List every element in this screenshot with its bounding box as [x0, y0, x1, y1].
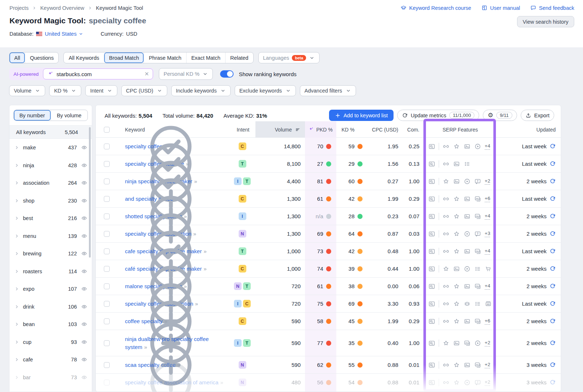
tab-all[interactable]: All [9, 52, 25, 63]
video-icon[interactable] [463, 265, 471, 273]
faq-icon[interactable] [474, 230, 481, 238]
preview-icon[interactable] [428, 143, 435, 150]
tab-all-keywords[interactable]: All Keywords [64, 52, 104, 63]
serp-more-link[interactable]: +4 [485, 213, 490, 220]
chevright-icon[interactable] [14, 215, 20, 221]
refresh-icon[interactable] [549, 318, 556, 324]
eye-icon[interactable] [81, 162, 87, 169]
preview-icon[interactable] [428, 265, 435, 273]
column-serp-features[interactable]: SERP Features [416, 121, 504, 138]
serp-more-link[interactable]: +2 [485, 362, 490, 368]
refresh-icon[interactable] [549, 362, 556, 368]
refresh-icon[interactable] [549, 266, 556, 272]
chevright-icon[interactable] [14, 357, 20, 362]
refresh-icon[interactable] [549, 231, 556, 237]
keyword-group-make[interactable]: make437 [9, 139, 92, 157]
row-checkbox[interactable] [104, 208, 110, 225]
refresh-icon[interactable] [549, 161, 556, 167]
filter-volume[interactable]: Volume [9, 85, 45, 96]
chevright-icon[interactable] [14, 375, 20, 380]
eye-icon[interactable] [81, 268, 87, 275]
help-link-feedback[interactable]: Send feedback [530, 5, 574, 11]
column-volume[interactable]: Volume [255, 121, 301, 138]
imagepack-icon[interactable] [474, 361, 481, 369]
keyword-group-best[interactable]: best216 [9, 209, 92, 227]
refresh-icon[interactable] [549, 283, 556, 289]
star-icon[interactable] [453, 379, 460, 386]
database-selector[interactable]: United States [45, 31, 83, 37]
preview-icon[interactable] [428, 160, 435, 168]
refresh-icon[interactable] [549, 340, 556, 346]
settings-button[interactable]: ⚙ 9/11 [483, 110, 517, 121]
star-icon[interactable] [453, 318, 460, 325]
filter-include-keywords[interactable]: Include keywords [171, 85, 231, 96]
serp-more-link[interactable]: +6 [485, 318, 490, 325]
eye-icon[interactable] [81, 356, 87, 363]
list-icon[interactable] [474, 300, 481, 307]
keyword-group-association[interactable]: association264 [9, 174, 92, 192]
keyword-group-shop[interactable]: shop230 [9, 192, 92, 210]
image-icon[interactable] [463, 361, 471, 369]
eye-icon[interactable] [81, 180, 87, 186]
keyword-group-expo[interactable]: expo107 [9, 280, 92, 298]
preview-icon[interactable] [428, 340, 435, 347]
row-checkbox[interactable] [104, 278, 110, 295]
image-icon[interactable] [453, 160, 460, 168]
preview-icon[interactable] [428, 361, 435, 369]
video-icon[interactable] [474, 143, 481, 150]
imagepack-icon[interactable] [474, 318, 481, 325]
star-icon[interactable] [453, 195, 460, 203]
help-link-course[interactable]: Keyword Research course [400, 5, 471, 11]
image-icon[interactable] [453, 340, 460, 347]
refresh-icon[interactable] [549, 143, 556, 149]
chevright-icon[interactable] [14, 198, 20, 204]
languages-dropdown[interactable]: Languages beta [258, 52, 320, 63]
carousel-icon[interactable] [463, 300, 471, 307]
eye-icon[interactable] [81, 197, 87, 204]
chevright-icon[interactable] [14, 145, 20, 150]
faq-icon[interactable] [474, 379, 481, 386]
filter-cpc-usd-[interactable]: CPC (USD) [121, 85, 167, 96]
row-checkbox[interactable] [104, 225, 110, 242]
keyword-group-bean[interactable]: bean103 [9, 315, 92, 333]
imagepack-icon[interactable] [474, 195, 481, 203]
eye-icon[interactable] [81, 339, 87, 345]
preview-icon[interactable] [428, 230, 435, 238]
eye-icon[interactable] [81, 233, 87, 239]
sidebar-tab-by-volume[interactable]: By volume [51, 110, 88, 121]
video-icon[interactable] [463, 379, 471, 386]
preview-icon[interactable] [428, 213, 435, 220]
refresh-icon[interactable] [549, 178, 556, 184]
chevright-icon[interactable] [14, 268, 20, 274]
breadcrumb-keyword-overview[interactable]: Keyword Overview [40, 5, 84, 11]
filter-intent[interactable]: Intent [85, 85, 117, 96]
star-icon[interactable] [453, 230, 460, 238]
preview-icon[interactable] [428, 283, 435, 290]
star-icon[interactable] [453, 283, 460, 290]
chevright-icon[interactable] [14, 233, 20, 239]
export-button[interactable]: Export [521, 110, 554, 121]
chevright-icon[interactable] [14, 286, 20, 292]
faq-icon[interactable] [474, 178, 481, 185]
row-checkbox[interactable] [104, 173, 110, 190]
row-checkbox[interactable] [104, 295, 110, 312]
image-icon[interactable] [453, 178, 460, 185]
video-icon[interactable] [463, 178, 471, 185]
keyword-group-cup[interactable]: cup93 [9, 333, 92, 351]
keyword-group-drink[interactable]: drink106 [9, 298, 92, 316]
imagepack-icon[interactable] [474, 213, 481, 220]
sidebar-tab-by-number[interactable]: By number [14, 110, 51, 121]
video-icon[interactable] [474, 340, 481, 347]
serp-more-link[interactable]: +4 [485, 143, 490, 150]
filter-advanced-filters[interactable]: Advanced filters [300, 85, 356, 96]
refresh-icon[interactable] [549, 213, 556, 219]
row-checkbox[interactable] [104, 190, 110, 207]
link-icon[interactable] [442, 379, 450, 386]
chevright-icon[interactable] [14, 321, 20, 327]
star-icon[interactable] [442, 340, 450, 347]
star-icon[interactable] [442, 178, 450, 185]
eye-icon[interactable] [81, 321, 87, 328]
keyword-group-ninja[interactable]: ninja428 [9, 157, 92, 175]
expand-keyword-icon[interactable]: » [220, 379, 223, 385]
link-icon[interactable] [442, 283, 450, 290]
